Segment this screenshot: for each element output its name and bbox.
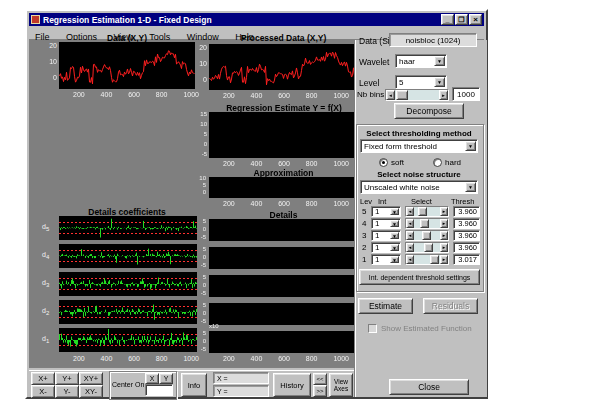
- maximize-button[interactable]: ❐: [455, 14, 468, 25]
- level-value: 5: [399, 78, 403, 87]
- thresh-slider-5[interactable]: ◄ ►: [405, 206, 449, 217]
- slider-right-icon[interactable]: ►: [440, 219, 448, 228]
- estimate-button[interactable]: Estimate: [358, 298, 413, 314]
- thresh-thumb[interactable]: [430, 255, 439, 264]
- thresh-input-4[interactable]: 3.960: [453, 218, 480, 229]
- details-plot-d4: [209, 247, 358, 269]
- thresh-thumb[interactable]: [424, 243, 433, 252]
- xtick: 800: [306, 200, 318, 207]
- int-select-5[interactable]: 1 ▼: [371, 206, 401, 217]
- zoom-xy-plus-button[interactable]: XY+: [79, 372, 103, 385]
- int-value: 1: [375, 243, 379, 252]
- lev-1: 1: [362, 255, 366, 264]
- int-select-2[interactable]: 1 ▼: [371, 242, 401, 253]
- slider-left-icon[interactable]: ◄: [406, 255, 414, 264]
- xtick: 800: [306, 92, 318, 99]
- chevron-down-icon[interactable]: ▼: [434, 56, 445, 66]
- close-button[interactable]: ×: [469, 14, 482, 25]
- show-estimated-checkbox[interactable]: [368, 324, 377, 333]
- slider-left-icon[interactable]: ◄: [406, 243, 414, 252]
- thresh-slider-2[interactable]: ◄ ►: [405, 242, 449, 253]
- int-select-4[interactable]: 1 ▼: [371, 218, 401, 229]
- thresh-slider-1[interactable]: ◄ ►: [405, 254, 449, 265]
- slider-left-icon[interactable]: ◄: [406, 207, 414, 216]
- soft-radio[interactable]: [379, 158, 388, 167]
- history-button[interactable]: History: [273, 373, 311, 397]
- chevron-down-icon[interactable]: ▼: [390, 256, 399, 263]
- xtick: 600: [128, 91, 140, 98]
- int-select-3[interactable]: 1 ▼: [371, 230, 401, 241]
- chevron-down-icon[interactable]: ▼: [390, 208, 399, 215]
- thresh-input-1[interactable]: 3.017: [453, 254, 480, 265]
- hard-radio[interactable]: [433, 158, 442, 167]
- slider-left-icon[interactable]: ◄: [406, 231, 414, 240]
- wavelet-select[interactable]: haar ▼: [395, 54, 447, 68]
- level-select[interactable]: 5 ▼: [395, 75, 447, 89]
- chevron-down-icon[interactable]: ▼: [434, 77, 445, 87]
- ytick: -5: [193, 290, 206, 296]
- residuals-button[interactable]: Residuals: [423, 298, 478, 314]
- x-display-label: X =: [217, 375, 228, 382]
- details-exponent: x10: [209, 323, 219, 329]
- approximation-plot: [209, 177, 358, 198]
- minimize-button[interactable]: _: [441, 14, 454, 25]
- int-value: 1: [375, 255, 379, 264]
- thresh-thumb[interactable]: [418, 207, 427, 216]
- zoom-x-minus-button[interactable]: X-: [31, 385, 55, 398]
- zoom-x-plus-button[interactable]: X+: [31, 372, 55, 385]
- center-x-button[interactable]: X: [145, 373, 159, 384]
- thresh-value: 3.960: [458, 243, 477, 252]
- slider-right-icon[interactable]: ►: [440, 243, 448, 252]
- slider-right-icon[interactable]: ►: [440, 231, 448, 240]
- nbbins-slider-thumb[interactable]: [396, 90, 408, 100]
- chevron-down-icon[interactable]: ▼: [390, 220, 399, 227]
- nbbins-slider[interactable]: ◄ ►: [385, 89, 449, 101]
- info-button[interactable]: Info: [181, 373, 207, 397]
- decompose-button[interactable]: Decompose: [394, 103, 464, 119]
- ytick: 0: [191, 189, 206, 195]
- int-select-1[interactable]: 1 ▼: [371, 254, 401, 265]
- slider-right-icon[interactable]: ►: [440, 255, 448, 264]
- xtick: 1000: [333, 92, 349, 99]
- history-next-button[interactable]: >>: [313, 385, 327, 397]
- panel-close-button[interactable]: Close: [389, 379, 469, 395]
- thresh-slider-3[interactable]: ◄ ►: [405, 230, 449, 241]
- processed-title: Processed Data (X,Y): [209, 33, 358, 43]
- nbbins-input[interactable]: 1000: [452, 87, 480, 101]
- details-xticks: 200 400 600 800 1000: [223, 355, 349, 362]
- zoom-y-plus-button[interactable]: Y+: [55, 372, 79, 385]
- zoom-xy-minus-button[interactable]: XY-: [79, 385, 103, 398]
- slider-right-icon[interactable]: ►: [440, 207, 448, 216]
- thresh-thumb[interactable]: [422, 231, 431, 240]
- thresh-input-2[interactable]: 3.960: [453, 242, 480, 253]
- center-y-button[interactable]: Y: [159, 373, 173, 384]
- chevron-down-icon[interactable]: ▼: [465, 141, 476, 151]
- center-on-input[interactable]: [145, 384, 173, 396]
- xtick: 400: [251, 160, 263, 167]
- thresh-input-5[interactable]: 3.960: [453, 206, 480, 217]
- ytick: 5: [193, 330, 206, 336]
- thresh-slider-4[interactable]: ◄ ►: [405, 218, 449, 229]
- ytick: -5: [193, 262, 206, 268]
- chevron-down-icon[interactable]: ▼: [390, 232, 399, 239]
- slider-left-icon[interactable]: ◄: [406, 219, 414, 228]
- method-value: Fixed form threshold: [364, 142, 437, 151]
- noise-select[interactable]: Unscaled white noise ▼: [360, 180, 478, 194]
- ytick: -5: [193, 346, 206, 352]
- chevron-down-icon[interactable]: ▼: [465, 182, 476, 192]
- zoom-y-minus-button[interactable]: Y-: [55, 385, 79, 398]
- ytick: -5: [193, 234, 206, 240]
- coef-plot-d2: [59, 300, 197, 324]
- ytick: 5: [193, 302, 206, 308]
- history-prev-button[interactable]: <<: [313, 373, 327, 385]
- thresh-input-3[interactable]: 3.960: [453, 230, 480, 241]
- view-axes-button[interactable]: View Axes: [329, 373, 353, 397]
- slider-right-icon[interactable]: ►: [439, 90, 448, 100]
- thresh-thumb[interactable]: [420, 219, 429, 228]
- coef-label-d1: d1: [42, 335, 49, 344]
- chevron-down-icon[interactable]: ▼: [390, 244, 399, 251]
- coef-plot-d4: [59, 244, 197, 268]
- int-dependent-button[interactable]: Int. dependent threshold settings: [359, 269, 480, 285]
- method-select[interactable]: Fixed form threshold ▼: [360, 139, 478, 153]
- slider-left-icon[interactable]: ◄: [386, 90, 395, 100]
